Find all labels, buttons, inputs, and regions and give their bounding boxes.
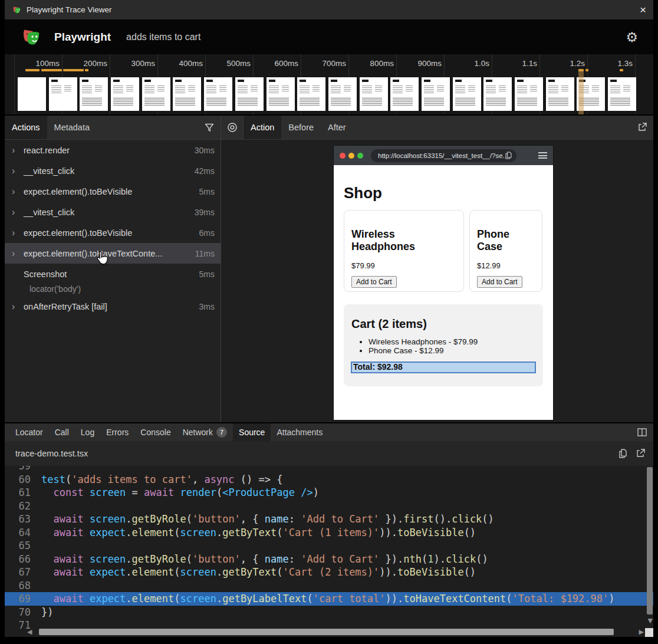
line-number: 65 [5, 540, 31, 551]
code-token: <ProductPage /> [222, 487, 313, 498]
vertical-scrollbar-thumb[interactable] [647, 467, 653, 615]
action-row[interactable]: ›expect.element().toHaveTextConte...11ms [5, 243, 221, 264]
timeline-action-mark [585, 69, 588, 71]
timeline-tick-label: 200ms [62, 59, 107, 68]
product-card: Wireless Headphones$79.99Add to Cart [344, 210, 464, 292]
tab-console[interactable]: Console [134, 423, 176, 441]
screenshot-thumbnail[interactable] [18, 77, 46, 111]
filter-icon[interactable] [198, 116, 221, 139]
tab-metadata[interactable]: Metadata [47, 116, 97, 139]
add-to-cart-button[interactable]: Add to Cart [477, 276, 522, 288]
url-bar[interactable]: http://localhost:63315/__vitest_test__/?… [371, 149, 516, 162]
test-title: adds items to cart [126, 32, 200, 42]
code-token: ( [186, 553, 192, 565]
action-row[interactable]: ›react.render30ms [5, 140, 221, 160]
tab-actions[interactable]: Actions [5, 116, 47, 139]
tab-call[interactable]: Call [49, 423, 75, 441]
screenshot-thumbnail[interactable] [328, 77, 357, 111]
line-number: 63 [5, 513, 31, 525]
tab-network[interactable]: Network7 [177, 423, 233, 441]
thumbnail-content [437, 84, 444, 92]
product-price: $12.99 [477, 261, 535, 270]
thumbnail-content [238, 97, 258, 106]
thumbnail-content [455, 84, 465, 93]
tab-after[interactable]: After [321, 116, 353, 139]
screenshot-thumbnail[interactable] [142, 77, 170, 111]
screenshot-thumbnail[interactable] [546, 77, 574, 111]
split-view-icon[interactable] [631, 423, 653, 441]
tab-log[interactable]: Log [75, 423, 100, 441]
screenshot-thumbnail[interactable] [235, 77, 264, 111]
screenshot-thumbnail[interactable] [80, 77, 108, 111]
code-token [41, 527, 53, 538]
screenshot-thumbnail[interactable] [173, 77, 201, 111]
add-to-cart-button[interactable]: Add to Cart [351, 276, 397, 288]
thumbnail-content [113, 84, 123, 93]
code-token: getByRole [132, 553, 186, 565]
pick-locator-target-icon[interactable] [221, 116, 244, 139]
action-row[interactable]: ›expect.element().toBeVisible6ms [5, 222, 221, 243]
gear-icon[interactable]: ⚙ [626, 29, 638, 45]
copy-url-icon[interactable] [505, 152, 512, 159]
action-row[interactable]: ›__vitest_click42ms [5, 160, 221, 181]
code-token [41, 566, 53, 578]
screenshot-thumbnail[interactable] [204, 77, 232, 111]
code-token: name [265, 513, 289, 525]
action-row[interactable]: ›expect.element().toBeVisible5ms [5, 181, 221, 202]
thumbnail-content [517, 84, 527, 93]
open-source-external-icon[interactable] [636, 449, 645, 458]
code-token: ( [307, 593, 312, 604]
code-line: 66 await screen.getByRole('button', { na… [5, 553, 653, 566]
tab-before[interactable]: Before [281, 116, 321, 139]
screenshot-thumbnail[interactable] [453, 77, 481, 111]
code-token: screen [180, 566, 216, 578]
timeline-filmstrip[interactable] [18, 77, 636, 111]
horizontal-scrollbar-thumb[interactable] [39, 629, 614, 635]
tab-attachments[interactable]: Attachments [271, 423, 328, 441]
screenshot-thumbnail[interactable] [267, 77, 295, 111]
chevron-right-icon: › [12, 145, 24, 156]
action-row[interactable]: Screenshot5ms [5, 264, 221, 284]
thumbnail-content [548, 84, 558, 93]
action-row[interactable]: ›onAfterRetryTask [fail]3ms [5, 296, 221, 317]
timeline-action-mark [63, 69, 84, 71]
code-line: 63 await screen.getByRole('button', { na… [5, 512, 653, 526]
code-token: . [126, 566, 131, 578]
timeline[interactable]: 100ms200ms300ms400ms500ms600ms700ms800ms… [5, 54, 653, 116]
open-external-icon[interactable] [631, 116, 653, 139]
network-count-badge: 7 [216, 427, 227, 438]
tab-action[interactable]: Action [244, 116, 281, 139]
timeline-action-mark [85, 69, 88, 71]
code-line: 64 await expect.element(screen.getByText… [5, 526, 653, 540]
playwright-masks-icon [12, 5, 21, 15]
screenshot-thumbnail[interactable] [111, 77, 139, 111]
code-token: render [180, 487, 216, 498]
copy-source-icon[interactable] [618, 449, 627, 458]
screenshot-thumbnail[interactable] [360, 77, 388, 111]
screenshot-thumbnail[interactable] [422, 77, 450, 111]
browser-menu-icon[interactable] [538, 152, 547, 159]
screenshot-thumbnail[interactable] [515, 77, 543, 111]
thumbnail-content [610, 84, 620, 93]
tab-source[interactable]: Source [233, 423, 271, 441]
horizontal-scrollbar[interactable]: ◀ ▶ [33, 628, 637, 636]
playwright-logo-icon [20, 27, 41, 48]
vertical-scrollbar[interactable]: ▼ [646, 466, 653, 627]
screenshot-thumbnail[interactable] [483, 77, 512, 111]
url-text: http://localhost:63315/__vitest_test__/?… [378, 152, 505, 159]
code-token: () => { [235, 474, 283, 485]
screenshot-thumbnail[interactable] [49, 77, 77, 111]
screenshot-thumbnail[interactable] [297, 77, 325, 111]
thumbnail-content [113, 97, 133, 106]
details-panel: LocatorCallLogErrorsConsoleNetwork7Sourc… [5, 423, 653, 637]
tab-errors[interactable]: Errors [100, 423, 134, 441]
screenshot-thumbnail[interactable] [608, 77, 636, 111]
code-token [84, 513, 90, 525]
thumbnail-content [300, 97, 320, 106]
close-icon[interactable]: × [640, 4, 646, 15]
action-row[interactable]: ›__vitest_click39ms [5, 202, 221, 222]
screenshot-thumbnail[interactable] [390, 77, 419, 111]
code-line: 61 const screen = await render(<ProductP… [5, 486, 653, 500]
tab-locator[interactable]: Locator [9, 423, 49, 441]
thumbnail-content [269, 97, 289, 106]
